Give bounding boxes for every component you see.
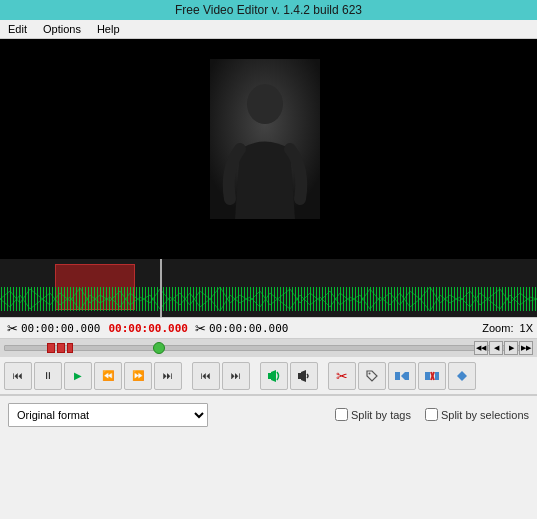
tag-icon [366,370,378,382]
app-title: Free Video Editor v. 1.4.2 build 623 [175,3,362,17]
scrubber-handle[interactable] [153,342,165,354]
cut-button[interactable]: ✂ [328,362,356,390]
volume-up-icon [267,369,281,383]
expand-icon [455,370,469,382]
go-to-end-button[interactable]: ⏭ [154,362,182,390]
mini-ctrl-3[interactable]: ▶ [504,341,518,355]
time-display-3: 00:00:00.000 [209,322,288,335]
scissors-right-icon[interactable]: ✂ [195,321,206,336]
svg-point-8 [369,372,371,374]
svg-rect-4 [268,373,271,379]
video-area [0,39,537,259]
expand-button[interactable] [448,362,476,390]
merge-button[interactable] [388,362,416,390]
play-button[interactable]: ▶ [64,362,92,390]
mini-ctrl-4[interactable]: ▶▶ [519,341,533,355]
scissors-left-icon[interactable]: ✂ [7,321,18,336]
time-row: ✂ 00:00:00.000 00:00:00.000 ✂ 00:00:00.0… [0,317,537,339]
checkbox-group: Split by tags Split by selections [335,408,529,421]
svg-marker-7 [301,370,306,382]
svg-rect-6 [298,373,301,379]
skip-forward-button[interactable]: ⏭ [222,362,250,390]
menu-options[interactable]: Options [39,22,85,36]
svg-rect-15 [435,372,439,380]
skip-back-button[interactable]: ⏮ [192,362,220,390]
split-by-selections-label: Split by selections [425,408,529,421]
mini-controls: ◀◀ ◀ ▶ ▶▶ [474,341,533,355]
volume-up-button[interactable] [260,362,288,390]
pause-button[interactable]: ⏸ [34,362,62,390]
time-display-2: 00:00:00.000 [108,322,187,335]
marker-red-2 [57,343,65,353]
marker-red-3 [67,343,73,353]
video-frame-inner [210,59,320,219]
delete-segment-button[interactable] [418,362,446,390]
svg-rect-9 [395,372,400,380]
timeline-area[interactable]: // Generate waveform bars [0,259,537,317]
zoom-label: Zoom: 1X [482,322,533,334]
waveform-bars [0,283,537,315]
delete-segment-icon [425,370,439,382]
prev-frame-button[interactable]: ⏪ [94,362,122,390]
mini-ctrl-1[interactable]: ◀◀ [474,341,488,355]
video-frame [210,59,320,219]
format-select[interactable]: Original format MP4 (H.264) AVI MOV WMV [8,403,208,427]
controls-row: ⏮ ⏸ ▶ ⏪ ⏩ ⏭ ⏮ ⏭ ✂ [0,357,537,395]
split-by-tags-checkbox[interactable] [335,408,348,421]
tag-button[interactable] [358,362,386,390]
svg-marker-16 [457,371,462,381]
volume-down-button[interactable] [290,362,318,390]
go-to-start-button[interactable]: ⏮ [4,362,32,390]
scrubber-row[interactable]: ◀◀ ◀ ▶ ▶▶ [0,339,537,357]
waveform: // Generate waveform bars [0,259,537,317]
svg-marker-10 [401,372,405,380]
merge-icon [395,370,409,382]
svg-rect-12 [425,372,430,380]
menu-help[interactable]: Help [93,22,124,36]
split-by-tags-label: Split by tags [335,408,411,421]
marker-red-1 [47,343,55,353]
time-display-1: 00:00:00.000 [21,322,100,335]
playhead[interactable] [160,259,162,317]
mini-ctrl-2[interactable]: ◀ [489,341,503,355]
menu-bar: Edit Options Help [0,20,537,39]
svg-rect-11 [405,372,409,380]
menu-edit[interactable]: Edit [4,22,31,36]
bottom-bar: Original format MP4 (H.264) AVI MOV WMV … [0,395,537,433]
volume-down-icon [297,369,311,383]
scrubber-track[interactable] [4,345,533,351]
title-bar: Free Video Editor v. 1.4.2 build 623 [0,0,537,20]
svg-marker-17 [462,371,467,381]
svg-marker-5 [271,370,276,382]
svg-point-1 [247,84,283,124]
next-frame-button[interactable]: ⏩ [124,362,152,390]
split-by-selections-checkbox[interactable] [425,408,438,421]
